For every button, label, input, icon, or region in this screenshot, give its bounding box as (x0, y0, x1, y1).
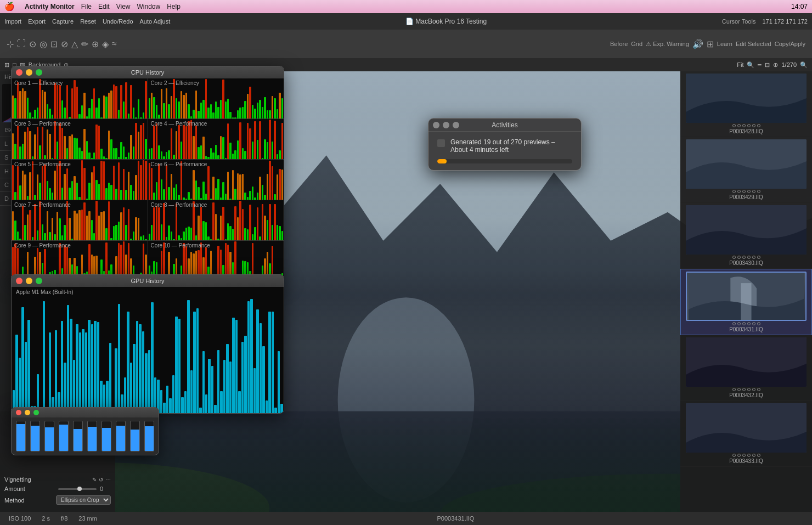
tool-erase[interactable]: △ (71, 39, 78, 49)
cpu-bar (115, 225, 117, 240)
activities-checkbox[interactable] (437, 139, 445, 147)
mem-window-minimize[interactable] (25, 410, 30, 415)
cpu-bar (281, 98, 283, 118)
thumb-dot (732, 322, 736, 325)
gpu-history-window: GPU History Apple M1 Max (Built-In) (11, 274, 284, 414)
cpu-bar (173, 239, 174, 240)
amount-slider[interactable] (58, 488, 97, 490)
import-btn[interactable]: Import (4, 18, 21, 25)
method-select[interactable]: Ellipsis on Crop (56, 495, 111, 505)
tool-crop[interactable]: ⛶ (17, 39, 26, 49)
gpu-bar (274, 408, 277, 414)
thumb-dot (752, 388, 755, 391)
grid-btn[interactable]: Grid (631, 41, 642, 47)
cpu-bar (98, 184, 100, 200)
cpu-bar (145, 81, 146, 118)
cpu-bar (232, 229, 234, 240)
cpu-bar (14, 192, 16, 200)
cpu-bar (259, 236, 261, 240)
tool-red-eye[interactable]: ◎ (40, 39, 47, 49)
apple-menu[interactable]: 🍎 (4, 2, 15, 12)
reset-btn[interactable]: Reset (80, 18, 96, 25)
thumbnail-item-0[interactable]: P0003428.IIQ (680, 71, 812, 137)
gpu-bar (160, 390, 162, 413)
menu-file[interactable]: File (81, 3, 92, 10)
nav-search[interactable]: 🔍 (800, 61, 808, 69)
cpu-window-close[interactable] (16, 69, 22, 76)
grid-view-btn[interactable]: ⊞ (4, 61, 9, 69)
cpu-bar (71, 181, 73, 200)
menu-view[interactable]: View (116, 3, 131, 10)
cpu-bar (91, 220, 93, 240)
thumbnail-item-2[interactable]: P0003430.IIQ (680, 203, 812, 269)
speaker-icon[interactable]: 🔊 (692, 39, 703, 49)
menu-help[interactable]: Help (167, 3, 181, 10)
undo-btn[interactable]: Undo/Redo (103, 18, 133, 25)
cpu-bar (190, 228, 192, 240)
gpu-window-minimize[interactable] (26, 278, 32, 284)
edit-selected-btn[interactable]: Edit Selected (736, 41, 771, 47)
mem-window-maximize[interactable] (33, 410, 39, 415)
zoom-icon[interactable]: ⊕ (773, 61, 778, 69)
cpu-bar (212, 177, 214, 200)
cpu-bar (115, 148, 117, 159)
tool-heal[interactable]: ⊕ (92, 39, 99, 49)
vignetting-icon1[interactable]: ✎ (92, 477, 97, 483)
capture-btn[interactable]: Capture (52, 18, 74, 25)
cpu-bar (27, 127, 29, 159)
gpu-window-maximize[interactable] (36, 278, 42, 284)
thumbnail-item-1[interactable]: P0003429.IIQ (680, 137, 812, 203)
gpu-window-close[interactable] (16, 278, 22, 284)
exp-warning-btn[interactable]: ⚠ Exp. Warning (646, 41, 689, 48)
app-name[interactable]: Activity Monitor (25, 3, 75, 10)
tool-patch[interactable]: ◈ (102, 39, 109, 49)
thumbnail-item-5[interactable]: P0003433.IIQ (680, 401, 812, 467)
cpu-bar (42, 127, 43, 159)
before-after-btn[interactable]: Before (610, 41, 628, 47)
menu-window[interactable]: Window (137, 3, 161, 10)
thumb-dots-4 (732, 388, 760, 391)
cpu-bar (272, 225, 273, 240)
tool-select[interactable]: ⊹ (7, 39, 14, 49)
tool-clone[interactable]: ≈ (112, 39, 117, 49)
cpu-bar (138, 218, 139, 240)
copypaste-btn[interactable]: Copy/Apply (775, 41, 805, 47)
gpu-bar (163, 403, 165, 413)
cpu-bar (156, 182, 157, 200)
cpu-bar (118, 162, 120, 200)
activities-max-btn[interactable] (453, 122, 459, 128)
zoom-slider[interactable]: ━ (758, 61, 762, 69)
cpu-window-minimize[interactable] (26, 69, 32, 76)
cpu-bar (262, 185, 263, 200)
tool-spot[interactable]: ⊙ (29, 39, 36, 49)
thumb-dot (752, 190, 755, 193)
activities-min-btn[interactable] (443, 122, 449, 128)
zoom-search-icon[interactable]: 🔍 (747, 61, 754, 69)
cpu-bar (151, 148, 153, 159)
thumbnail-item-3[interactable]: P0003431.IIQ (680, 269, 812, 335)
autoadjust-btn[interactable]: Auto Adjust (140, 18, 171, 25)
tool-gradient[interactable]: ⊡ (50, 39, 58, 49)
cpu-bar (91, 99, 93, 119)
activities-close-btn[interactable] (433, 122, 439, 128)
vignetting-icon3[interactable]: ⋯ (105, 477, 111, 483)
cpu-core-5-label: Core 5 — Performance (14, 161, 71, 167)
compare-icon[interactable]: ⊞ (707, 39, 714, 49)
tool-pen[interactable]: ✏ (81, 39, 88, 49)
export-btn[interactable]: Export (28, 18, 46, 25)
thumbnail-item-4[interactable]: P0003432.IIQ (680, 335, 812, 401)
cpu-bar (281, 123, 283, 159)
thumb-dot (742, 388, 746, 391)
learn-btn[interactable]: Learn (717, 41, 732, 47)
mem-window-close[interactable] (16, 410, 21, 415)
cpu-bar (229, 226, 231, 240)
menu-edit[interactable]: Edit (98, 3, 110, 10)
vignetting-icon2[interactable]: ↺ (99, 477, 103, 483)
panels-icon[interactable]: ⊟ (765, 61, 770, 69)
gpu-bar (244, 336, 246, 413)
cpu-window-maximize[interactable] (36, 69, 42, 76)
cpu-bar (14, 144, 16, 159)
cpu-bar (202, 182, 204, 200)
cpu-bar (81, 160, 83, 200)
tool-brush[interactable]: ⊘ (61, 39, 68, 49)
